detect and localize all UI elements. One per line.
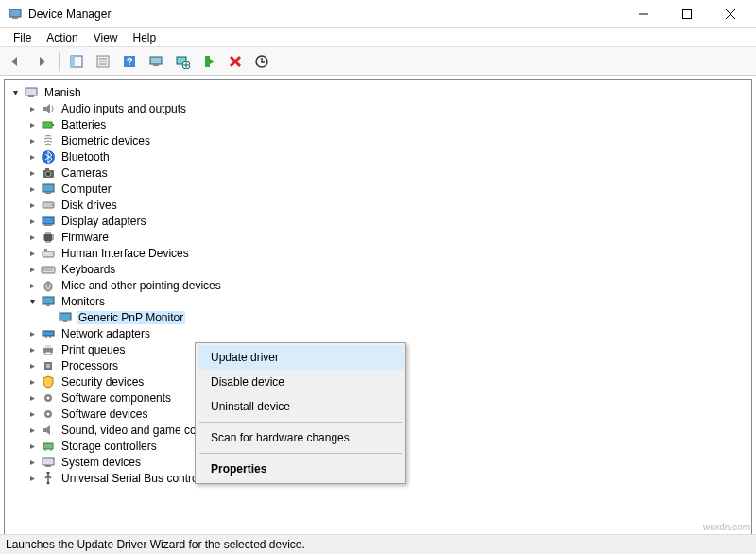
help-button[interactable]: ? [118,50,141,73]
menu-disable-device[interactable]: Disable device [198,370,404,394]
expander-icon[interactable] [26,472,39,485]
svg-rect-50 [45,345,51,348]
menu-scan-hardware[interactable]: Scan for hardware changes [198,425,404,450]
tree-node-computer[interactable]: Computer [7,181,749,197]
tree-node-mice[interactable]: Mice and other pointing devices [7,277,749,293]
network-icon [41,326,56,341]
expander-icon[interactable] [26,134,39,147]
title-bar: Device Manager [0,0,756,28]
tree-root-label: Manish [43,86,83,99]
monitor-icon [41,294,56,309]
menu-help[interactable]: Help [126,29,164,46]
disable-device-button[interactable] [224,50,247,73]
tree-node-network[interactable]: Network adapters [7,325,749,341]
tree-node-cameras[interactable]: Cameras [7,164,749,181]
status-bar: Launches the Update Driver Wizard for th… [0,534,756,554]
tree-node-batteries[interactable]: Batteries [7,116,749,132]
menu-view[interactable]: View [86,29,126,46]
expander-icon[interactable] [26,375,39,389]
menu-bar: File Action View Help [0,28,756,47]
expander-icon[interactable] [26,263,39,276]
expander-icon[interactable] [26,424,39,437]
display-adapter-icon [41,214,56,229]
tree-node-bluetooth[interactable]: Bluetooth [7,148,749,164]
minimize-button[interactable] [622,0,665,28]
tree-node-monitors[interactable]: Monitors [7,293,749,309]
svg-rect-46 [43,331,54,336]
expander-icon [43,311,56,324]
printer-icon [41,342,56,357]
close-button[interactable] [709,0,752,28]
expander-icon[interactable] [26,456,39,469]
svg-rect-33 [44,224,52,226]
computer-icon [24,85,39,100]
usb-icon [41,471,56,486]
expander-icon[interactable] [26,215,39,228]
svg-point-26 [46,171,51,176]
menu-properties[interactable]: Properties [198,457,404,481]
expander-icon[interactable] [26,327,39,340]
menu-uninstall-device[interactable]: Uninstall device [198,394,404,419]
fingerprint-icon [41,133,56,148]
storage-icon [41,439,56,454]
keyboard-icon [41,262,56,277]
expander-icon[interactable] [26,166,39,180]
tree-node-disks[interactable]: Disk drives [7,197,749,213]
tree-node-hid[interactable]: Human Interface Devices [7,245,749,261]
menu-separator [199,453,402,454]
svg-rect-61 [43,458,54,465]
svg-rect-27 [45,168,49,170]
expander-icon[interactable] [26,182,39,196]
expander-icon[interactable] [26,118,39,131]
tree-root[interactable]: Manish [7,84,749,100]
tree-node-audio[interactable]: Audio inputs and outputs [7,100,749,116]
svg-rect-51 [45,352,51,355]
show-hide-tree-button[interactable] [65,50,88,73]
speaker-icon [41,423,56,438]
expander-icon[interactable] [26,247,39,260]
menu-action[interactable]: Action [39,29,85,46]
speaker-icon [41,101,56,116]
expander-icon[interactable] [26,343,39,356]
svg-rect-1 [12,17,18,19]
maximize-button[interactable] [665,0,709,28]
tree-node-firmware[interactable]: Firmware [7,229,749,245]
expander-icon[interactable] [26,199,39,212]
tree-node-generic-pnp-monitor[interactable]: Generic PnP Monitor [7,309,749,325]
expander-icon[interactable] [26,150,39,164]
window-title: Device Manager [28,8,622,21]
enable-device-button[interactable] [198,50,220,73]
tree-node-keyboards[interactable]: Keyboards [7,261,749,277]
svg-rect-20 [26,88,37,95]
back-button[interactable] [4,50,26,73]
svg-rect-53 [46,364,50,368]
expander-icon[interactable] [26,279,39,292]
expander-icon[interactable] [26,440,39,453]
menu-update-driver[interactable]: Update driver [198,345,404,370]
svg-rect-36 [44,249,47,251]
tree-node-display[interactable]: Display adapters [7,213,749,229]
expander-icon[interactable] [26,295,39,308]
context-menu: Update driver Disable device Uninstall d… [195,342,406,484]
gear-icon [41,407,56,422]
expander-icon[interactable] [26,407,39,421]
forward-button[interactable] [30,50,53,73]
svg-rect-18 [205,56,210,67]
svg-rect-43 [46,304,50,306]
svg-rect-14 [150,57,162,64]
uninstall-device-button[interactable] [250,50,273,73]
update-driver-button[interactable] [171,50,194,73]
properties-button[interactable] [92,50,114,73]
shield-icon [41,374,56,390]
svg-rect-58 [43,443,53,449]
menu-file[interactable]: File [6,29,39,46]
svg-rect-35 [43,251,54,257]
expander-icon[interactable] [26,102,39,115]
svg-rect-3 [683,9,692,18]
expander-icon[interactable] [26,391,39,405]
expander-icon[interactable] [26,231,39,244]
expander-icon[interactable] [26,359,39,372]
scan-hardware-button[interactable] [145,50,167,73]
tree-node-biometric[interactable]: Biometric devices [7,132,749,148]
expander-icon[interactable] [9,86,22,99]
